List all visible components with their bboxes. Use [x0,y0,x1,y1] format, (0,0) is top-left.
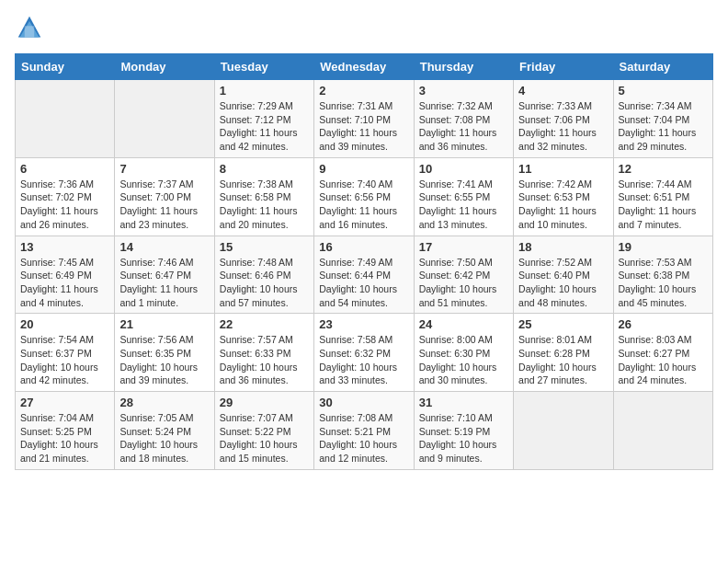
calendar-cell: 14Sunrise: 7:46 AM Sunset: 6:47 PM Dayli… [115,236,214,314]
calendar-cell: 24Sunrise: 8:00 AM Sunset: 6:30 PM Dayli… [414,314,513,392]
calendar-cell: 15Sunrise: 7:48 AM Sunset: 6:46 PM Dayli… [214,236,313,314]
day-number: 16 [319,240,408,254]
day-number: 25 [518,317,608,331]
calendar-table: SundayMondayTuesdayWednesdayThursdayFrid… [15,53,713,470]
week-row-4: 20Sunrise: 7:54 AM Sunset: 6:37 PM Dayli… [16,314,713,392]
day-number: 14 [119,240,209,254]
day-info: Sunrise: 7:33 AM Sunset: 7:06 PM Dayligh… [518,99,608,154]
calendar-cell: 17Sunrise: 7:50 AM Sunset: 6:42 PM Dayli… [414,236,513,314]
day-info: Sunrise: 7:37 AM Sunset: 7:00 PM Dayligh… [119,178,209,232]
day-info: Sunrise: 7:44 AM Sunset: 6:51 PM Dayligh… [619,178,708,232]
header-row: SundayMondayTuesdayWednesdayThursdayFrid… [16,54,713,80]
calendar-cell: 4Sunrise: 7:33 AM Sunset: 7:06 PM Daylig… [514,80,613,158]
day-number: 4 [518,84,608,98]
day-number: 31 [419,396,508,409]
day-info: Sunrise: 8:03 AM Sunset: 6:27 PM Dayligh… [619,333,708,387]
calendar-cell: 27Sunrise: 7:04 AM Sunset: 5:25 PM Dayli… [16,392,115,470]
calendar-cell: 16Sunrise: 7:49 AM Sunset: 6:44 PM Dayli… [314,236,414,314]
calendar-cell: 5Sunrise: 7:34 AM Sunset: 7:04 PM Daylig… [613,80,712,158]
day-number: 12 [619,162,708,176]
day-number: 7 [119,162,209,176]
day-info: Sunrise: 7:53 AM Sunset: 6:38 PM Dayligh… [619,256,708,310]
day-header-wednesday: Wednesday [314,54,414,80]
svg-rect-2 [25,26,35,37]
calendar-cell: 12Sunrise: 7:44 AM Sunset: 6:51 PM Dayli… [613,157,712,236]
day-info: Sunrise: 7:40 AM Sunset: 6:56 PM Dayligh… [319,178,408,232]
day-number: 27 [20,396,109,409]
day-info: Sunrise: 7:38 AM Sunset: 6:58 PM Dayligh… [220,178,309,232]
day-info: Sunrise: 7:48 AM Sunset: 6:46 PM Dayligh… [220,256,309,310]
day-info: Sunrise: 7:42 AM Sunset: 6:53 PM Dayligh… [518,178,608,232]
day-info: Sunrise: 7:45 AM Sunset: 6:49 PM Dayligh… [20,256,109,310]
day-number: 13 [20,240,109,254]
calendar-cell: 19Sunrise: 7:53 AM Sunset: 6:38 PM Dayli… [613,236,712,314]
page-header [15,15,713,44]
calendar-cell: 21Sunrise: 7:56 AM Sunset: 6:35 PM Dayli… [115,314,214,392]
week-row-5: 27Sunrise: 7:04 AM Sunset: 5:25 PM Dayli… [16,392,713,470]
calendar-cell: 1Sunrise: 7:29 AM Sunset: 7:12 PM Daylig… [214,80,313,158]
calendar-cell: 13Sunrise: 7:45 AM Sunset: 6:49 PM Dayli… [16,236,115,314]
calendar-cell: 30Sunrise: 7:08 AM Sunset: 5:21 PM Dayli… [314,392,414,470]
day-header-monday: Monday [115,54,214,80]
calendar-cell: 11Sunrise: 7:42 AM Sunset: 6:53 PM Dayli… [514,157,613,236]
calendar-cell: 10Sunrise: 7:41 AM Sunset: 6:55 PM Dayli… [414,157,513,236]
day-info: Sunrise: 7:04 AM Sunset: 5:25 PM Dayligh… [20,411,109,465]
day-info: Sunrise: 7:10 AM Sunset: 5:19 PM Dayligh… [419,411,508,465]
day-info: Sunrise: 7:07 AM Sunset: 5:22 PM Dayligh… [220,411,309,465]
calendar-cell: 18Sunrise: 7:52 AM Sunset: 6:40 PM Dayli… [514,236,613,314]
calendar-cell: 9Sunrise: 7:40 AM Sunset: 6:56 PM Daylig… [314,157,414,236]
day-number: 9 [319,162,408,176]
day-number: 21 [119,317,209,331]
day-number: 29 [220,396,309,409]
day-info: Sunrise: 7:05 AM Sunset: 5:24 PM Dayligh… [119,411,209,465]
day-number: 26 [619,317,708,331]
day-number: 3 [419,84,508,98]
calendar-cell: 22Sunrise: 7:57 AM Sunset: 6:33 PM Dayli… [214,314,313,392]
day-info: Sunrise: 7:58 AM Sunset: 6:32 PM Dayligh… [319,333,408,387]
day-info: Sunrise: 7:41 AM Sunset: 6:55 PM Dayligh… [419,178,508,232]
day-number: 5 [619,84,708,98]
day-info: Sunrise: 7:32 AM Sunset: 7:08 PM Dayligh… [419,99,508,154]
day-number: 8 [220,162,309,176]
day-info: Sunrise: 7:54 AM Sunset: 6:37 PM Dayligh… [20,333,109,387]
calendar-cell [16,80,115,158]
day-number: 19 [619,240,708,254]
day-header-thursday: Thursday [414,54,513,80]
day-header-tuesday: Tuesday [214,54,313,80]
day-number: 28 [119,396,209,409]
day-number: 22 [220,317,309,331]
calendar-cell [613,392,712,470]
day-number: 11 [518,162,608,176]
calendar-cell [115,80,214,158]
calendar-cell: 3Sunrise: 7:32 AM Sunset: 7:08 PM Daylig… [414,80,513,158]
calendar-cell: 25Sunrise: 8:01 AM Sunset: 6:28 PM Dayli… [514,314,613,392]
day-header-saturday: Saturday [613,54,712,80]
day-number: 10 [419,162,508,176]
day-info: Sunrise: 8:01 AM Sunset: 6:28 PM Dayligh… [518,333,608,387]
calendar-cell: 2Sunrise: 7:31 AM Sunset: 7:10 PM Daylig… [314,80,414,158]
day-number: 23 [319,317,408,331]
day-info: Sunrise: 7:08 AM Sunset: 5:21 PM Dayligh… [319,411,408,465]
calendar-cell: 7Sunrise: 7:37 AM Sunset: 7:00 PM Daylig… [115,157,214,236]
day-info: Sunrise: 7:52 AM Sunset: 6:40 PM Dayligh… [518,256,608,310]
calendar-cell: 8Sunrise: 7:38 AM Sunset: 6:58 PM Daylig… [214,157,313,236]
week-row-1: 1Sunrise: 7:29 AM Sunset: 7:12 PM Daylig… [16,80,713,158]
day-number: 20 [20,317,109,331]
day-info: Sunrise: 7:46 AM Sunset: 6:47 PM Dayligh… [119,256,209,310]
day-number: 6 [20,162,109,176]
day-number: 30 [319,396,408,409]
day-header-sunday: Sunday [16,54,115,80]
calendar-cell: 26Sunrise: 8:03 AM Sunset: 6:27 PM Dayli… [613,314,712,392]
day-number: 24 [419,317,508,331]
calendar-cell: 6Sunrise: 7:36 AM Sunset: 7:02 PM Daylig… [16,157,115,236]
calendar-cell: 28Sunrise: 7:05 AM Sunset: 5:24 PM Dayli… [115,392,214,470]
day-info: Sunrise: 7:49 AM Sunset: 6:44 PM Dayligh… [319,256,408,310]
week-row-2: 6Sunrise: 7:36 AM Sunset: 7:02 PM Daylig… [16,157,713,236]
day-number: 1 [220,84,309,98]
calendar-cell [514,392,613,470]
logo [15,15,42,44]
week-row-3: 13Sunrise: 7:45 AM Sunset: 6:49 PM Dayli… [16,236,713,314]
day-info: Sunrise: 7:29 AM Sunset: 7:12 PM Dayligh… [220,99,309,154]
day-info: Sunrise: 7:56 AM Sunset: 6:35 PM Dayligh… [119,333,209,387]
calendar-cell: 29Sunrise: 7:07 AM Sunset: 5:22 PM Dayli… [214,392,313,470]
